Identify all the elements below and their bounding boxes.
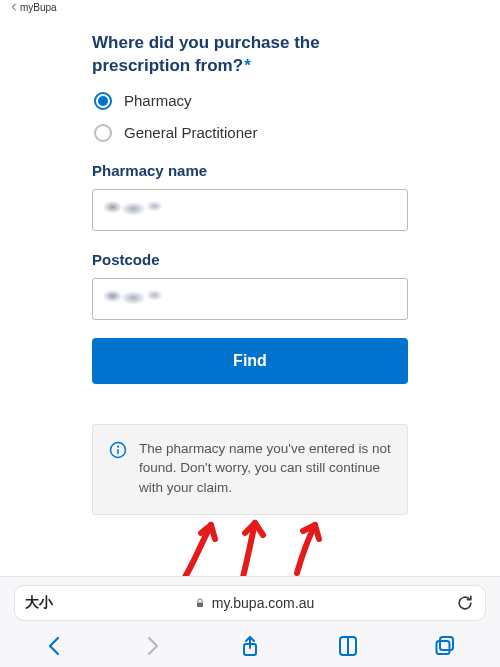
radio-pharmacy[interactable]: Pharmacy xyxy=(94,92,408,110)
annotation-arrows xyxy=(92,519,408,579)
lock-icon xyxy=(194,597,206,609)
find-button-label: Find xyxy=(233,352,267,370)
info-message-box: The pharmacy name you've entered is not … xyxy=(92,424,408,515)
svg-rect-3 xyxy=(197,603,203,608)
svg-rect-5 xyxy=(440,637,453,650)
claim-form: Where did you purchase the prescription … xyxy=(0,32,500,654)
status-bar: myBupa xyxy=(0,0,500,14)
back-caret-icon xyxy=(10,3,18,11)
reload-icon[interactable] xyxy=(455,593,475,613)
svg-rect-6 xyxy=(437,641,450,654)
radio-indicator-icon xyxy=(94,92,112,110)
pharmacy-name-label: Pharmacy name xyxy=(92,162,408,179)
arrow-scribble-icon xyxy=(165,519,335,581)
nav-back-icon[interactable] xyxy=(43,634,67,658)
info-message-text: The pharmacy name you've entered is not … xyxy=(139,439,391,498)
required-star: * xyxy=(244,56,251,75)
pharmacy-name-input[interactable] xyxy=(92,189,408,231)
address-host-text: my.bupa.com.au xyxy=(212,595,314,611)
back-app-label: myBupa xyxy=(20,2,57,13)
back-to-app[interactable]: myBupa xyxy=(10,2,57,13)
pharmacy-name-field-wrap xyxy=(92,189,408,231)
radio-pharmacy-label: Pharmacy xyxy=(124,92,192,109)
svg-rect-2 xyxy=(117,449,119,454)
postcode-label: Postcode xyxy=(92,251,408,268)
postcode-field-wrap xyxy=(92,278,408,320)
radio-gp[interactable]: General Practitioner xyxy=(94,124,408,142)
svg-point-1 xyxy=(117,445,119,447)
postcode-input[interactable] xyxy=(92,278,408,320)
address-bar[interactable]: 大小 my.bupa.com.au xyxy=(14,585,486,621)
info-icon xyxy=(109,441,127,459)
safari-toolbar xyxy=(0,627,500,667)
find-button[interactable]: Find xyxy=(92,338,408,384)
text-size-button[interactable]: 大小 xyxy=(25,594,53,612)
radio-indicator-icon xyxy=(94,124,112,142)
question-heading: Where did you purchase the prescription … xyxy=(92,32,408,78)
tabs-icon[interactable] xyxy=(433,634,457,658)
bookmarks-icon[interactable] xyxy=(336,634,360,658)
safari-chrome: 大小 my.bupa.com.au xyxy=(0,576,500,667)
nav-forward-icon[interactable] xyxy=(140,634,164,658)
question-text: Where did you purchase the prescription … xyxy=(92,33,320,75)
radio-gp-label: General Practitioner xyxy=(124,124,257,141)
address-host[interactable]: my.bupa.com.au xyxy=(61,595,447,611)
share-icon[interactable] xyxy=(238,634,262,658)
